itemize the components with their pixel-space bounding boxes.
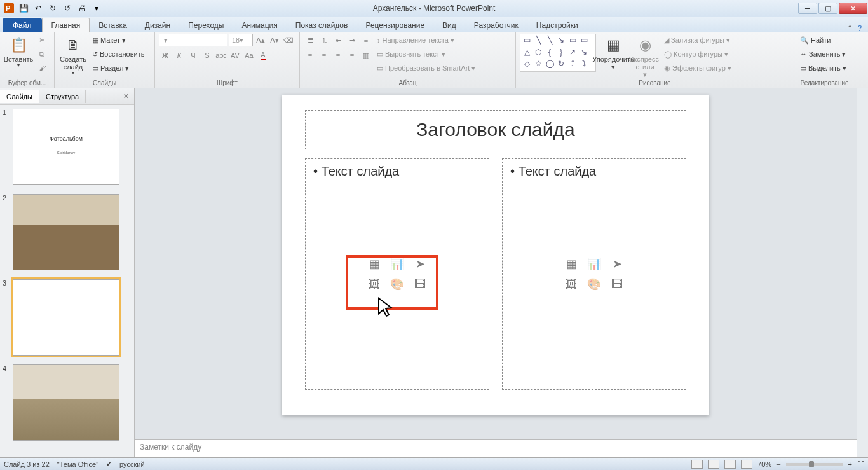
file-tab[interactable]: Файл <box>3 18 42 32</box>
find-button[interactable]: 🔍 Найти <box>798 34 848 46</box>
zoom-slider[interactable] <box>786 463 843 466</box>
tab-transitions[interactable]: Переходы <box>179 18 233 32</box>
section-button[interactable]: ▭ Раздел ▾ <box>90 62 146 74</box>
save-icon[interactable]: 💾 <box>17 2 30 15</box>
format-painter-icon[interactable]: 🖌 <box>36 62 48 74</box>
title-placeholder[interactable]: Заголовок слайда <box>305 110 686 149</box>
content-placeholder-left[interactable]: Текст слайда ▦ 📊 ➤ 🖼 🎨 🎞 <box>305 158 489 390</box>
justify-icon[interactable]: ≡ <box>346 49 358 62</box>
tab-review[interactable]: Рецензирование <box>356 18 433 32</box>
tab-developer[interactable]: Разработчик <box>465 18 527 32</box>
copy-icon[interactable]: ⧉ <box>36 48 48 60</box>
smartart-button[interactable]: ▭ Преобразовать в SmartArt ▾ <box>375 62 477 74</box>
thumb-slide-3[interactable] <box>13 279 119 356</box>
tab-slideshow[interactable]: Показ слайдов <box>287 18 357 32</box>
zoom-out-icon[interactable]: − <box>776 460 780 468</box>
insert-table-icon[interactable]: ▦ <box>561 255 581 273</box>
tab-outline[interactable]: Структура <box>39 90 86 103</box>
content-placeholder-right[interactable]: Текст слайда ▦ 📊 ➤ 🖼 🎨 🎞 <box>502 158 686 390</box>
insert-media-icon[interactable]: 🎞 <box>607 275 627 293</box>
minimize-button[interactable]: ─ <box>798 3 817 14</box>
insert-clipart-icon[interactable]: 🎨 <box>584 275 604 293</box>
insert-media-icon[interactable]: 🎞 <box>410 275 430 293</box>
close-button[interactable]: ✕ <box>839 3 867 14</box>
shape-outline-button[interactable]: ◯ Контур фигуры ▾ <box>662 48 733 60</box>
insert-chart-icon[interactable]: 📊 <box>387 255 407 273</box>
repeat-icon[interactable]: ↺ <box>61 2 74 15</box>
font-name-combo[interactable]: ▾ <box>159 34 227 46</box>
tab-addins[interactable]: Надстройки <box>527 18 587 32</box>
numbering-icon[interactable]: ⒈ <box>318 34 330 46</box>
dec-indent-icon[interactable]: ⇤ <box>332 34 344 46</box>
text-direction-button[interactable]: ↕ Направление текста ▾ <box>375 34 477 46</box>
undo-icon[interactable]: ↶ <box>32 2 44 15</box>
insert-smartart-icon[interactable]: ➤ <box>410 255 430 273</box>
new-slide-button[interactable]: 🗎 Создать слайд ▾ <box>58 34 88 76</box>
line-spacing-icon[interactable]: ≡ <box>360 34 372 46</box>
shape-fill-button[interactable]: ◢ Заливка фигуры ▾ <box>662 34 733 46</box>
align-text-button[interactable]: ▭ Выровнять текст ▾ <box>375 48 477 60</box>
tab-home[interactable]: Главная <box>42 18 90 32</box>
qat-customize-icon[interactable]: ▾ <box>90 2 103 15</box>
panel-close-icon[interactable]: ✕ <box>118 92 134 100</box>
reset-button[interactable]: ↺ Восстановить <box>90 48 146 60</box>
tab-view[interactable]: Вид <box>433 18 465 32</box>
slideshow-view-icon[interactable] <box>741 460 752 469</box>
select-button[interactable]: ▭ Выделить ▾ <box>798 62 848 74</box>
insert-picture-icon[interactable]: 🖼 <box>364 275 384 293</box>
thumb-row[interactable]: 4 <box>3 364 132 441</box>
tab-design[interactable]: Дизайн <box>136 18 179 32</box>
spacing-icon[interactable]: AV <box>229 49 241 62</box>
status-language[interactable]: русский <box>119 460 144 468</box>
insert-clipart-icon[interactable]: 🎨 <box>387 275 407 293</box>
shadow-icon[interactable]: abc <box>215 49 227 62</box>
bold-icon[interactable]: Ж <box>159 49 172 62</box>
thumbnail-list[interactable]: 1 Фотоальбом Spiridonov 2 3 4 <box>0 105 134 457</box>
quick-styles-button[interactable]: ◉ Экспресс-стили▾ <box>630 34 660 78</box>
fit-slide-icon[interactable]: ⛶ <box>857 460 864 468</box>
layout-button[interactable]: ▦ Макет ▾ <box>90 34 146 46</box>
thumb-row[interactable]: 2 <box>3 194 132 270</box>
redo-icon[interactable]: ↻ <box>46 2 59 15</box>
font-size-combo[interactable]: 18 ▾ <box>229 34 253 46</box>
slide-canvas[interactable]: Заголовок слайда Текст слайда ▦ 📊 ➤ 🖼 🎨 … <box>135 88 857 439</box>
shrink-font-icon[interactable]: A▾ <box>268 34 281 46</box>
tab-slides[interactable]: Слайды <box>0 90 39 103</box>
align-left-icon[interactable]: ≡ <box>304 49 316 62</box>
print-icon[interactable]: 🖨 <box>76 2 88 15</box>
underline-icon[interactable]: Ч <box>187 49 200 62</box>
tab-animation[interactable]: Анимация <box>233 18 286 32</box>
columns-icon[interactable]: ▥ <box>360 49 372 62</box>
inc-indent-icon[interactable]: ⇥ <box>346 34 358 46</box>
help-icon[interactable]: ? <box>858 24 862 32</box>
shapes-gallery[interactable]: ▭╲╲↘▭▭ △⬡{}↗↘ ◇☆◯↻⤴⤵ <box>520 34 596 72</box>
tab-insert[interactable]: Вставка <box>90 18 136 32</box>
bullets-icon[interactable]: ≣ <box>304 34 316 46</box>
thumb-slide-4[interactable] <box>13 364 119 441</box>
vertical-scrollbar[interactable] <box>857 88 868 457</box>
zoom-in-icon[interactable]: + <box>848 460 852 468</box>
minimize-ribbon-icon[interactable]: ⌃ <box>847 24 853 32</box>
align-center-icon[interactable]: ≡ <box>318 49 330 62</box>
sorter-view-icon[interactable] <box>708 460 719 469</box>
font-color-icon[interactable]: A <box>257 49 269 62</box>
paste-button[interactable]: 📋 Вставить ▾ <box>4 34 33 69</box>
insert-chart-icon[interactable]: 📊 <box>584 255 604 273</box>
maximize-button[interactable]: ▢ <box>818 3 837 14</box>
thumb-slide-2[interactable] <box>13 194 119 270</box>
reading-view-icon[interactable] <box>724 460 736 469</box>
insert-table-icon[interactable]: ▦ <box>364 255 384 273</box>
thumb-row[interactable]: 3 <box>3 279 132 356</box>
clear-format-icon[interactable]: ⌫ <box>282 34 295 46</box>
grow-font-icon[interactable]: A▴ <box>254 34 267 46</box>
italic-icon[interactable]: К <box>173 49 186 62</box>
insert-picture-icon[interactable]: 🖼 <box>561 275 581 293</box>
thumb-slide-1[interactable]: Фотоальбом Spiridonov <box>13 109 119 185</box>
strike-icon[interactable]: S <box>201 49 214 62</box>
align-right-icon[interactable]: ≡ <box>332 49 344 62</box>
change-case-icon[interactable]: Aa <box>243 49 255 62</box>
cut-icon[interactable]: ✂ <box>36 34 48 46</box>
replace-button[interactable]: ↔ Заменить ▾ <box>798 48 848 60</box>
notes-pane[interactable]: Заметки к слайду <box>135 439 857 457</box>
normal-view-icon[interactable] <box>691 460 703 469</box>
